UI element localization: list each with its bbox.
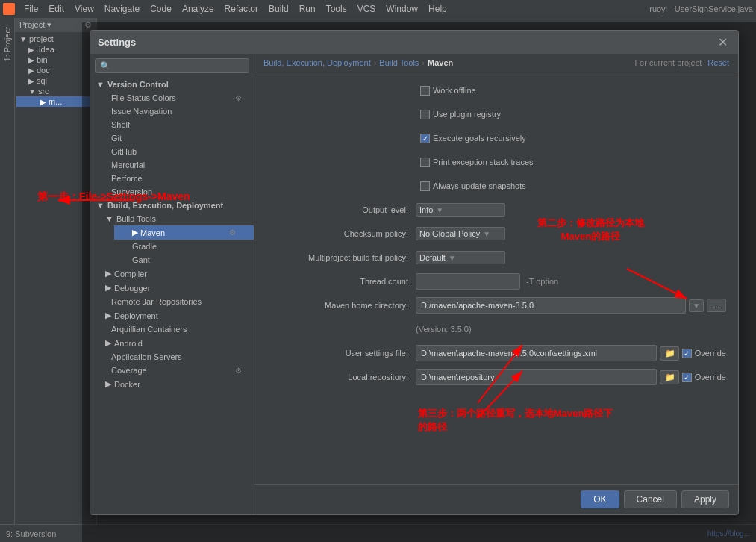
menu-code[interactable]: Code — [146, 2, 176, 16]
docker-label[interactable]: ▶ Docker — [99, 377, 254, 391]
tree-leaf-issue-navigation[interactable]: Issue Navigation — [99, 105, 254, 118]
multiproject-policy-select[interactable]: Default ▼ — [416, 251, 505, 264]
bottom-tab-subversion[interactable]: 9: Subversion — [6, 529, 56, 538]
apply-button[interactable]: Apply — [681, 490, 729, 508]
sub-group-label-text: Build Tools — [116, 214, 156, 223]
menu-file[interactable]: File — [19, 2, 43, 16]
settings-search-input[interactable] — [95, 58, 249, 73]
maven-home-label: Maven home directory: — [266, 301, 416, 310]
user-settings-override-checkbox[interactable]: ✓ — [682, 349, 692, 358]
debugger-label[interactable]: ▶ Debugger — [99, 281, 254, 295]
execute-goals-label: Execute goals recursively — [433, 134, 526, 143]
menu-refactor[interactable]: Refactor — [220, 2, 263, 16]
reset-button[interactable]: Reset — [707, 58, 729, 67]
local-repo-browse-button[interactable]: 📁 — [660, 370, 679, 384]
tree-leaf-app-servers[interactable]: Application Servers — [99, 350, 254, 364]
expand-icon: ▶ — [105, 379, 111, 389]
leaf-label: Mercurial — [111, 161, 145, 169]
build-exec-label[interactable]: ▼ Build, Execution, Deployment — [90, 199, 254, 212]
maven-home-input[interactable] — [416, 297, 686, 314]
menu-edit[interactable]: Edit — [44, 2, 69, 16]
build-tools-group-label[interactable]: ▼ Build Tools — [99, 212, 254, 225]
always-update-control: Always update snapshots — [420, 181, 726, 191]
tree-item-gradle[interactable]: Gradle — [114, 240, 254, 253]
dropdown-arrow-icon[interactable]: ▼ — [689, 299, 704, 312]
close-button[interactable]: ✕ — [715, 35, 731, 49]
sidebar-tab-project[interactable]: 1: Project — [1, 21, 13, 67]
always-update-checkbox[interactable] — [420, 181, 430, 191]
thread-count-input[interactable] — [416, 273, 520, 290]
tree-item-maven[interactable]: ▶ Maven ⚙ — [114, 225, 254, 240]
dialog-title-bar: Settings ✕ — [90, 31, 738, 54]
breadcrumb-part3: Maven — [428, 58, 453, 67]
tree-leaf-coverage[interactable]: Coverage ⚙ — [99, 364, 254, 377]
breadcrumb-part2[interactable]: Build Tools — [379, 58, 419, 67]
dropdown-arrow-icon: ▼ — [449, 254, 456, 262]
android-label[interactable]: ▶ Android — [99, 336, 254, 350]
tree-leaf-github[interactable]: GitHub — [99, 145, 254, 158]
plugin-registry-checkbox[interactable] — [420, 110, 430, 119]
plugin-registry-row: Use plugin registry — [266, 105, 726, 123]
leaf-label: Subversion — [111, 187, 152, 196]
local-repo-override-label: Override — [695, 373, 726, 381]
checksum-policy-select[interactable]: No Global Policy ▼ — [416, 227, 505, 240]
version-control-label[interactable]: ▼ Version Control — [90, 78, 254, 91]
leaf-label: Arquillian Containers — [111, 325, 187, 334]
output-level-select[interactable]: Info ▼ — [416, 203, 505, 217]
maven-home-control: ▼ ... — [416, 297, 726, 314]
user-settings-label: User settings file: — [266, 349, 416, 358]
item-label: Gant — [132, 255, 150, 264]
maven-version-row: (Version: 3.5.0) — [266, 320, 726, 338]
tree-leaf-git[interactable]: Git — [99, 131, 254, 145]
checksum-policy-label: Checksum policy: — [266, 229, 416, 238]
settings-tree: ▼ Version Control File Status Colors ⚙ I… — [90, 54, 254, 514]
compiler-label[interactable]: ▶ Compiler — [99, 267, 254, 281]
folder-icon: ▼ — [19, 35, 27, 43]
tree-leaf-shelf[interactable]: Shelf — [99, 118, 254, 131]
tree-leaf-perforce[interactable]: Perforce — [99, 172, 254, 185]
tree-leaf-arquillian[interactable]: Arquillian Containers — [99, 323, 254, 336]
always-update-row: Always update snapshots — [266, 177, 726, 195]
menu-window[interactable]: Window — [381, 2, 422, 16]
menu-run[interactable]: Run — [295, 2, 320, 16]
execute-goals-control: ✓ Execute goals recursively — [420, 134, 726, 143]
settings-dialog: Settings ✕ ▼ Version Control — [90, 30, 739, 515]
leaf-label: Remote Jar Repositories — [111, 297, 202, 306]
tree-item-label: m... — [49, 97, 62, 106]
version-control-group: ▼ Version Control File Status Colors ⚙ I… — [90, 78, 254, 199]
work-offline-checkbox[interactable] — [420, 86, 430, 96]
tree-leaf-subversion[interactable]: Subversion — [99, 185, 254, 199]
menu-navigate[interactable]: Navigate — [100, 2, 144, 16]
tree-item-label: project — [29, 34, 54, 43]
menu-build[interactable]: Build — [264, 2, 293, 16]
tree-item-gant[interactable]: Gant — [114, 253, 254, 267]
user-settings-browse-button[interactable]: 📁 — [660, 346, 679, 361]
maven-home-browse-button[interactable]: ... — [707, 299, 726, 312]
menu-analyze[interactable]: Analyze — [178, 2, 219, 16]
menu-vcs[interactable]: VCS — [353, 2, 381, 16]
dialog-footer: OK Cancel Apply — [254, 484, 738, 514]
app-logo — [3, 3, 15, 15]
dropdown-arrow-icon: ▼ — [436, 206, 443, 214]
deployment-label[interactable]: ▶ Deployment — [99, 308, 254, 323]
execute-goals-checkbox[interactable]: ✓ — [420, 134, 430, 143]
local-repo-input[interactable] — [416, 369, 657, 385]
print-exception-label: Print exception stack traces — [433, 158, 534, 166]
menu-view[interactable]: View — [70, 2, 99, 16]
user-settings-input[interactable] — [416, 345, 657, 361]
ok-button[interactable]: OK — [581, 490, 619, 508]
thread-count-label: Thread count — [266, 277, 416, 286]
breadcrumb-part1[interactable]: Build, Execution, Deployment — [263, 58, 371, 67]
local-repo-override-checkbox[interactable]: ✓ — [682, 373, 692, 382]
menu-tools[interactable]: Tools — [322, 2, 352, 16]
select-value: Default — [419, 253, 446, 262]
leaf-label: Perforce — [111, 174, 143, 183]
folder-icon: ▶ — [28, 66, 34, 75]
local-repo-override-row: ✓ Override — [682, 373, 726, 382]
print-exception-checkbox[interactable] — [420, 158, 430, 167]
tree-leaf-mercurial[interactable]: Mercurial — [99, 158, 254, 172]
tree-leaf-remote-jar[interactable]: Remote Jar Repositories — [99, 295, 254, 308]
menu-help[interactable]: Help — [424, 2, 452, 16]
tree-leaf-file-status-colors[interactable]: File Status Colors ⚙ — [99, 91, 254, 105]
cancel-button[interactable]: Cancel — [624, 490, 677, 508]
